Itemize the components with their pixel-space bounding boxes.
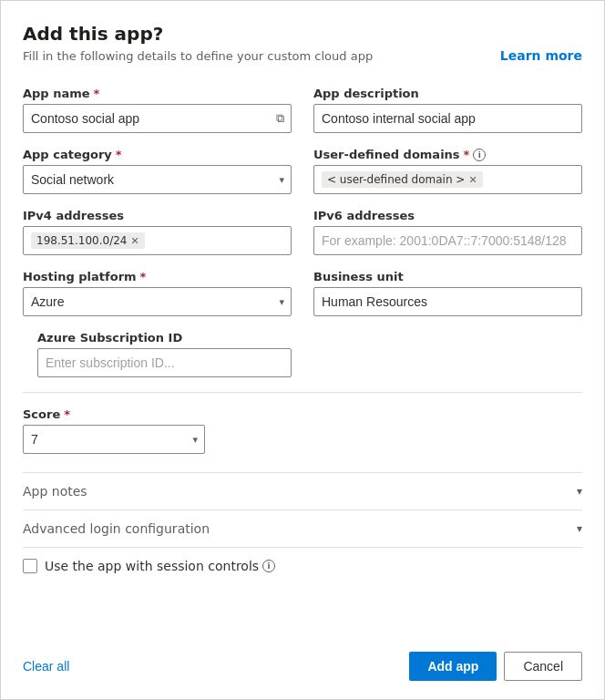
learn-more-link[interactable]: Learn more (500, 48, 582, 63)
app-name-label: App name * (23, 87, 292, 100)
app-category-select-wrapper: Social network Collaboration Business ▾ (23, 165, 292, 194)
ipv4-addresses-field: IPv4 addresses 198.51.100.0/24 ✕ (23, 209, 292, 255)
user-defined-domains-info-icon[interactable]: i (473, 149, 486, 161)
app-category-select[interactable]: Social network Collaboration Business (23, 165, 292, 194)
business-unit-label: Business unit (313, 270, 582, 283)
app-category-field: App category * Social network Collaborat… (23, 148, 292, 194)
user-defined-domains-field: User-defined domains * i < user-defined … (313, 148, 582, 194)
app-notes-chevron-icon: ▾ (577, 485, 582, 498)
app-notes-header[interactable]: App notes ▾ (23, 473, 582, 510)
ipv6-input[interactable] (313, 226, 582, 255)
advanced-login-chevron-icon: ▾ (577, 522, 582, 535)
app-description-label: App description (313, 87, 582, 100)
hosting-platform-select-wrapper: Azure AWS GCP Other ▾ (23, 287, 292, 316)
azure-subscription-field: Azure Subscription ID (23, 331, 292, 377)
advanced-login-header[interactable]: Advanced login configuration ▾ (23, 510, 582, 547)
app-name-required: * (94, 87, 100, 100)
app-notes-label: App notes (23, 484, 87, 499)
user-defined-domain-tag: < user-defined domain > ✕ (322, 171, 483, 188)
hosting-platform-select[interactable]: Azure AWS GCP Other (23, 287, 292, 316)
session-controls-label: Use the app with session controls i (45, 559, 275, 573)
dialog-title: Add this app? (23, 23, 582, 45)
copy-icon[interactable]: ⧉ (276, 111, 284, 126)
hosting-platform-field: Hosting platform * Azure AWS GCP Other ▾ (23, 270, 292, 316)
cancel-button[interactable]: Cancel (504, 652, 582, 681)
ipv6-label: IPv6 addresses (313, 209, 582, 222)
app-description-field: App description (313, 87, 582, 133)
divider-1 (23, 392, 582, 393)
ipv4-tag-input[interactable]: 198.51.100.0/24 ✕ (23, 226, 292, 255)
clear-all-button[interactable]: Clear all (23, 659, 69, 674)
azure-subscription-input[interactable] (37, 348, 292, 377)
score-label: Score * (23, 407, 205, 421)
score-select-wrapper: 123 456 78910 ▾ (23, 425, 205, 454)
app-category-label: App category * (23, 148, 292, 161)
user-defined-domains-tag-input[interactable]: < user-defined domain > ✕ (313, 165, 582, 194)
app-name-input[interactable] (23, 104, 292, 133)
advanced-login-label: Advanced login configuration (23, 521, 210, 536)
add-app-dialog: Add this app? Fill in the following deta… (0, 0, 605, 700)
footer: Clear all Add app Cancel (23, 637, 582, 681)
hosting-platform-label: Hosting platform * (23, 270, 292, 283)
business-unit-field: Business unit (313, 270, 582, 316)
session-controls-info-icon[interactable]: i (262, 560, 275, 572)
business-unit-input[interactable] (313, 287, 582, 316)
footer-buttons: Add app Cancel (409, 652, 582, 681)
app-notes-section: App notes ▾ (23, 472, 582, 510)
score-field: Score * 123 456 78910 ▾ (23, 407, 205, 454)
app-name-input-wrapper: ⧉ (23, 104, 292, 133)
score-section: Score * 123 456 78910 ▾ (23, 407, 582, 454)
advanced-login-section: Advanced login configuration ▾ (23, 510, 582, 547)
azure-subscription-label: Azure Subscription ID (37, 331, 292, 345)
dialog-header: Add this app? Fill in the following deta… (23, 23, 582, 81)
add-app-button[interactable]: Add app (409, 652, 497, 681)
ipv4-label: IPv4 addresses (23, 209, 292, 222)
subtitle-row: Fill in the following details to define … (23, 48, 582, 63)
session-controls-checkbox[interactable] (23, 559, 37, 573)
user-defined-domain-tag-close[interactable]: ✕ (468, 175, 477, 185)
dialog-subtitle: Fill in the following details to define … (23, 49, 373, 63)
user-defined-domains-label: User-defined domains * i (313, 148, 582, 161)
ipv4-tag-close[interactable]: ✕ (130, 236, 138, 246)
ipv6-addresses-field: IPv6 addresses (313, 209, 582, 255)
score-select[interactable]: 123 456 78910 (23, 425, 205, 454)
app-description-input[interactable] (313, 104, 582, 133)
form-grid: App name * ⧉ App description App categor… (23, 87, 582, 377)
session-controls-row: Use the app with session controls i (23, 547, 582, 584)
app-name-field: App name * ⧉ (23, 87, 292, 133)
ipv4-tag: 198.51.100.0/24 ✕ (31, 232, 145, 249)
